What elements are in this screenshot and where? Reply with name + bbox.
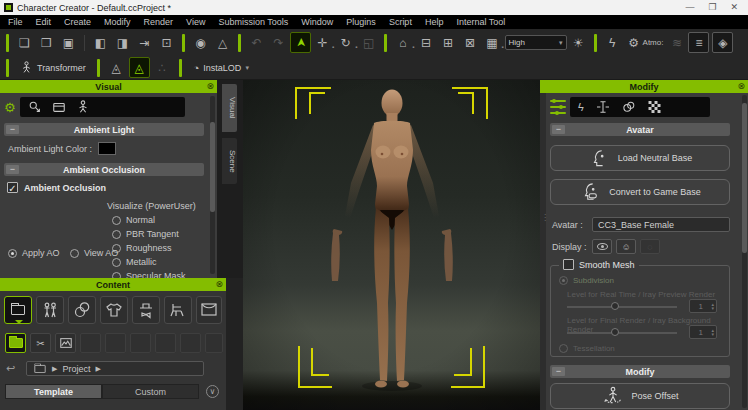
radio-metallic[interactable]: Metallic <box>112 257 191 267</box>
import-image-icon[interactable]: ◧ <box>90 32 111 53</box>
breadcrumb[interactable]: ▶ Project ▶ <box>26 361 204 376</box>
render-image-icon[interactable]: ⊡ <box>156 32 177 53</box>
menu-create[interactable]: Create <box>64 17 91 27</box>
content-close-icon[interactable]: ⊗ <box>215 278 223 291</box>
material-icon[interactable] <box>622 101 636 113</box>
menu-internal-tool[interactable]: Internal Tool <box>456 17 505 27</box>
content-category-folder[interactable] <box>4 296 32 324</box>
rotate-tool-icon[interactable]: ↻ <box>335 32 356 53</box>
menu-script[interactable]: Script <box>389 17 412 27</box>
content-subfolder-avatar[interactable] <box>5 333 26 353</box>
content-category-actor[interactable] <box>36 296 64 324</box>
content-category-prop[interactable] <box>164 296 192 324</box>
realtime-level-spinner[interactable]: 1▴▾ <box>689 299 717 313</box>
bake-icon[interactable]: ◉ <box>190 32 211 53</box>
undo-icon[interactable]: ↶ <box>246 32 267 53</box>
fog-icon[interactable]: ≋ <box>666 32 687 53</box>
show-eye-icon[interactable] <box>592 239 612 254</box>
section-ambient-occlusion[interactable]: − Ambient Occlusion <box>4 163 204 176</box>
collapse-icon[interactable]: − <box>6 165 19 174</box>
new-project-icon[interactable]: ❏ <box>14 32 35 53</box>
fit-view-icon[interactable]: ⊞ <box>437 32 458 53</box>
pose-tool-active-icon[interactable]: ◬ <box>129 57 150 78</box>
ghost-icon[interactable]: ◌ <box>640 239 660 254</box>
content-subfolder-image[interactable] <box>55 333 76 353</box>
display-settings-gear-icon[interactable]: ⚙ <box>4 100 16 115</box>
move-dropdown-icon[interactable]: ▪ <box>332 44 334 50</box>
close-button[interactable]: ✕ <box>730 0 738 15</box>
modify-panel-header[interactable]: Modify ⊗ <box>540 80 748 93</box>
collapse-icon[interactable]: − <box>552 367 565 376</box>
tab-custom[interactable]: Custom <box>102 384 199 399</box>
orbit-view-icon[interactable]: ⊠ <box>459 32 480 53</box>
character-model[interactable] <box>317 88 467 398</box>
pose-offset-button[interactable]: Pose Offset <box>550 383 730 409</box>
visual-panel-header[interactable]: Visual ⊗ <box>0 80 217 93</box>
radio-tessellation[interactable]: Tessellation <box>559 344 615 353</box>
breadcrumb-root[interactable]: Project <box>62 364 90 374</box>
import-file-icon[interactable]: ◨ <box>112 32 133 53</box>
preview-animation-icon[interactable]: ϟ <box>602 32 623 53</box>
rotate-dropdown-icon[interactable]: ▪ <box>355 44 357 50</box>
radio-pbr-tangent[interactable]: PBR Tangent <box>112 229 191 239</box>
ambient-occlusion-checkbox[interactable]: ✓ <box>7 182 18 193</box>
tab-visual[interactable]: Visual <box>222 84 237 132</box>
animation-icon[interactable]: ϟ <box>578 101 584 113</box>
shadow-box-icon[interactable] <box>52 100 66 114</box>
visual-close-icon[interactable]: ⊗ <box>206 80 214 93</box>
tab-scene[interactable]: Scene <box>222 138 237 184</box>
link-tool-icon[interactable]: ∴ <box>152 57 173 78</box>
realtime-slider[interactable] <box>567 306 677 308</box>
section-avatar[interactable]: − Avatar <box>550 123 730 136</box>
radio-view-ao[interactable]: View AO <box>70 248 118 258</box>
radio-normal[interactable]: Normal <box>112 215 191 225</box>
radio-subdivision[interactable]: Subdivision <box>559 276 614 285</box>
reset-camera-icon[interactable]: ⊟ <box>415 32 436 53</box>
instalod-button[interactable]: ◔ InstaLOD ▾ <box>188 58 254 77</box>
export-file-icon[interactable]: ⇥ <box>134 32 155 53</box>
menu-help[interactable]: Help <box>425 17 444 27</box>
save-project-icon[interactable]: ▣ <box>58 32 79 53</box>
radio-roughness[interactable]: Roughness <box>112 243 191 253</box>
menu-modify[interactable]: Modify <box>104 17 131 27</box>
content-category-cloth[interactable] <box>100 296 128 324</box>
content-category-stage[interactable] <box>196 296 222 324</box>
final-level-spinner[interactable]: 1▴▾ <box>689 325 717 339</box>
render-settings-icon[interactable]: ≡ <box>688 32 709 53</box>
texture-checker-icon[interactable] <box>648 101 661 113</box>
menu-plugins[interactable]: Plugins <box>346 17 376 27</box>
redo-icon[interactable]: ↷ <box>268 32 289 53</box>
select-tool-icon[interactable]: ➤ <box>290 32 311 53</box>
attribute-sliders-icon[interactable] <box>550 100 566 114</box>
panel-grip[interactable] <box>540 93 546 410</box>
menu-submission-tools[interactable]: Submission Tools <box>218 17 288 27</box>
final-slider[interactable] <box>567 332 677 334</box>
content-category-accessory[interactable] <box>132 296 160 324</box>
modify-close-icon[interactable]: ⊗ <box>737 80 745 93</box>
visual-scrollbar[interactable] <box>210 96 215 274</box>
light-lamp-icon[interactable] <box>28 100 42 114</box>
modify-scrollbar[interactable] <box>742 95 747 408</box>
convert-to-game-base-button[interactable]: Convert to Game Base <box>550 179 730 205</box>
radio-apply-ao[interactable]: Apply AO <box>8 248 60 258</box>
mask-icon[interactable]: ☺ <box>616 239 636 254</box>
collapse-icon[interactable]: − <box>552 125 565 134</box>
menu-window[interactable]: Window <box>301 17 333 27</box>
section-ambient-light[interactable]: − Ambient Light <box>4 123 204 136</box>
avatar-name-field[interactable]: CC3_Base Female <box>592 217 730 232</box>
menu-render[interactable]: Render <box>144 17 174 27</box>
camera-frame-icon[interactable]: ▦ <box>481 32 502 53</box>
content-expand-button[interactable]: ∨ <box>206 385 219 398</box>
content-subfolder-parts[interactable]: ✂ <box>30 333 51 353</box>
light-icon[interactable]: ☀ <box>568 32 589 53</box>
viewport-3d[interactable] <box>243 80 540 410</box>
pose-preview-icon[interactable] <box>76 100 90 114</box>
menu-edit[interactable]: Edit <box>36 17 52 27</box>
quality-select[interactable]: High ▾ <box>505 35 567 50</box>
transform-icon[interactable] <box>596 101 610 113</box>
content-panel-header[interactable]: Content ⊗ <box>0 278 226 291</box>
home-dropdown-icon[interactable]: ▪ <box>412 44 414 50</box>
camera-dropdown-icon[interactable]: ▪ <box>501 44 503 50</box>
open-project-icon[interactable]: ❒ <box>36 32 57 53</box>
collapse-icon[interactable]: − <box>6 125 19 134</box>
